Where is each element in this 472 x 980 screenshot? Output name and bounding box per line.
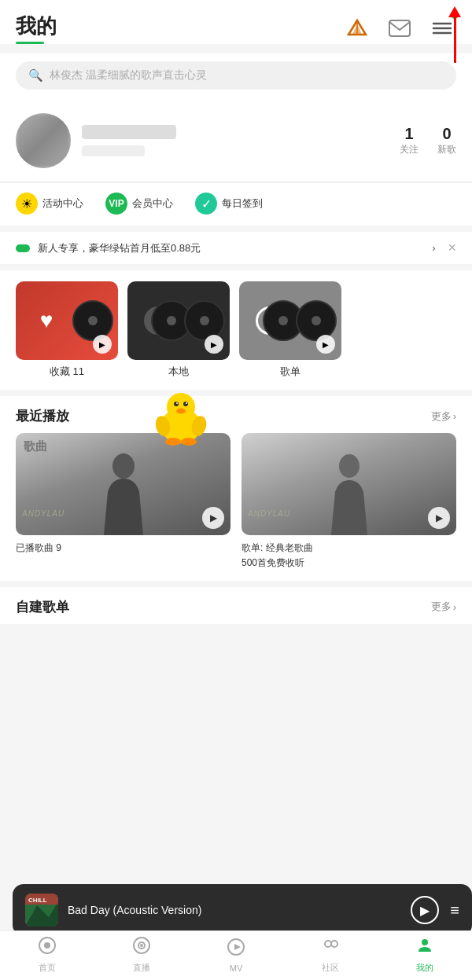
- mv-icon: [227, 938, 245, 961]
- custom-playlist-header: 自建歌单 更多 ›: [0, 587, 472, 624]
- search-input[interactable]: 🔍 林俊杰 温柔细腻的歌声直击心灵: [16, 61, 456, 90]
- search-bar: 🔍 林俊杰 温柔细腻的歌声直击心灵: [0, 53, 472, 101]
- profile-section: 1 关注 0 新歌: [0, 101, 472, 181]
- recently-played-header: 最近播放 更多 ›: [0, 396, 472, 433]
- mail-icon[interactable]: [385, 14, 414, 42]
- recently-played-item[interactable]: 歌曲 ANDYLAU ▶ 已播歌曲 9: [16, 433, 230, 570]
- daily-checkin-button[interactable]: ✓ 每日签到: [195, 193, 263, 215]
- player-queue-button[interactable]: ≡: [450, 901, 459, 919]
- recently-played-thumb-1: 歌曲 ANDYLAU ▶: [16, 433, 230, 535]
- svg-point-25: [44, 942, 50, 949]
- svg-point-32: [331, 941, 337, 947]
- heart-icon: ♥: [40, 308, 53, 333]
- recently-played-desc-1: 已播歌曲 9: [16, 542, 61, 553]
- nav-mv-label: MV: [230, 963, 243, 973]
- community-icon: [321, 936, 340, 960]
- svg-point-8: [339, 454, 360, 478]
- recently-played-section: 最近播放 更多 › 歌曲 ANDYLAU ▶ 已播歌曲 9: [0, 396, 472, 581]
- svg-marker-30: [234, 944, 241, 950]
- home-icon: [38, 936, 57, 960]
- promo-arrow-icon: ›: [432, 242, 435, 254]
- new-songs-number: 0: [442, 125, 451, 143]
- nav-mine[interactable]: 我的: [378, 936, 472, 974]
- mine-icon: [415, 936, 434, 960]
- profile-name-blur: [82, 125, 176, 139]
- arrow-indicator: [448, 6, 461, 63]
- avatar[interactable]: [16, 113, 71, 168]
- following-number: 1: [404, 125, 413, 143]
- custom-playlist-title: 自建歌单: [16, 598, 69, 616]
- recently-played-thumb-2: ANDYLAU ▶: [242, 433, 456, 535]
- recently-played-more-button[interactable]: 更多 ›: [431, 409, 456, 424]
- search-icon: 🔍: [28, 68, 43, 83]
- nav-community-label: 社区: [322, 962, 339, 974]
- library-section: ♥ ▶ 收藏 11 ⬇ ▶ 本地 ●: [0, 270, 472, 390]
- activity-center-button[interactable]: ☀ 活动中心: [16, 193, 83, 215]
- svg-rect-3: [389, 20, 410, 36]
- local-music-label: 本地: [168, 365, 189, 379]
- promo-dot: [16, 244, 30, 252]
- player-track-title: Bad Day (Acoustic Version): [68, 904, 401, 916]
- nav-live[interactable]: 直播: [94, 936, 189, 974]
- search-placeholder: 林俊杰 温柔细腻的歌声直击心灵: [50, 68, 207, 83]
- promo-text: 新人专享，豪华绿钻首月低至0.88元: [38, 241, 424, 255]
- nav-home-label: 首页: [39, 962, 56, 974]
- vip-icon: VIP: [105, 193, 127, 215]
- favorites-card[interactable]: ♥ ▶ 收藏 11: [16, 281, 118, 379]
- watermark-1: ANDYLAU: [22, 509, 65, 518]
- nav-mv[interactable]: MV: [189, 938, 283, 973]
- svg-point-31: [325, 941, 331, 947]
- daily-checkin-label: 每日签到: [222, 196, 263, 211]
- following-stat[interactable]: 1 关注: [400, 125, 419, 156]
- profile-info: [82, 125, 389, 156]
- recently-played-desc-2: 歌单: 经典老歌曲 500首免费收听: [242, 542, 313, 568]
- promo-close-button[interactable]: ×: [448, 240, 456, 256]
- campfire-icon[interactable]: [343, 14, 371, 42]
- library-cards: ♥ ▶ 收藏 11 ⬇ ▶ 本地 ●: [16, 281, 456, 379]
- promo-banner[interactable]: 新人专享，豪华绿钻首月低至0.88元 › ×: [0, 232, 472, 264]
- recently-played-playlist-item[interactable]: ANDYLAU ▶ 歌单: 经典老歌曲 500首免费收听: [242, 433, 456, 570]
- live-icon: [132, 936, 151, 960]
- svg-text:CHILL: CHILL: [28, 897, 47, 904]
- player-album-art: CHILL: [25, 894, 58, 927]
- vip-center-label: 会员中心: [132, 196, 173, 211]
- custom-playlist-section: 自建歌单 更多 ›: [0, 587, 472, 624]
- recently-played-list: 歌曲 ANDYLAU ▶ 已播歌曲 9 ANDYLAU ▶ 歌单: 经典老歌曲 …: [0, 433, 472, 581]
- following-label: 关注: [400, 143, 419, 156]
- new-songs-label: 新歌: [437, 143, 456, 156]
- sun-icon: ☀: [16, 193, 38, 215]
- player-controls: ▶ ≡: [411, 896, 459, 924]
- recently-played-title: 最近播放: [16, 407, 69, 425]
- svg-point-33: [422, 939, 428, 945]
- playlist-card[interactable]: ● ▶ 歌单: [239, 281, 341, 379]
- quick-actions: ☀ 活动中心 VIP 会员中心 ✓ 每日签到: [0, 182, 472, 226]
- queue-icon: ≡: [450, 901, 459, 919]
- player-bar: CHILL Bad Day (Acoustic Version) ▶ ≡: [13, 884, 472, 936]
- activity-center-label: 活动中心: [42, 196, 83, 211]
- vip-center-button[interactable]: VIP 会员中心: [105, 193, 173, 215]
- local-music-card[interactable]: ⬇ ▶ 本地: [127, 281, 230, 379]
- header-icons: [343, 14, 456, 42]
- new-songs-stat[interactable]: 0 新歌: [437, 125, 456, 156]
- page-title: 我的: [16, 13, 57, 40]
- title-underline: [16, 42, 44, 44]
- svg-point-7: [112, 453, 135, 479]
- nav-home[interactable]: 首页: [0, 936, 94, 974]
- play-icon: ▶: [420, 903, 430, 918]
- playlist-label: 歌单: [280, 365, 301, 379]
- checkin-icon: ✓: [195, 193, 217, 215]
- custom-playlist-more-button[interactable]: 更多 ›: [431, 600, 456, 614]
- play-button-2[interactable]: ▶: [428, 507, 450, 529]
- nav-mine-label: 我的: [416, 962, 433, 974]
- songs-label: 歌曲: [24, 439, 47, 454]
- play-button-1[interactable]: ▶: [202, 507, 224, 529]
- nav-community[interactable]: 社区: [283, 936, 378, 974]
- player-play-button[interactable]: ▶: [411, 896, 439, 924]
- profile-stats: 1 关注 0 新歌: [400, 125, 456, 156]
- profile-sub-blur: [82, 145, 145, 156]
- watermark-2: ANDYLAU: [248, 509, 290, 518]
- bottom-nav: 首页 直播 MV 社区 我的: [0, 930, 472, 980]
- header: 我的: [0, 0, 472, 44]
- favorites-label: 收藏 11: [50, 365, 84, 379]
- nav-live-label: 直播: [133, 962, 150, 974]
